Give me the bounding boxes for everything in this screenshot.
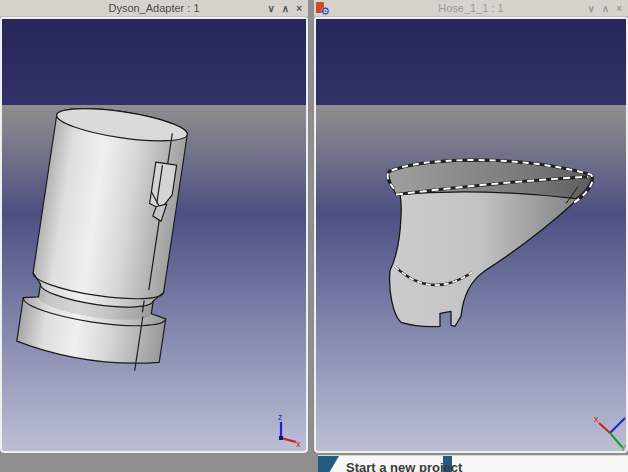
dyson-adapter-model[interactable] <box>2 19 306 451</box>
restore-button[interactable]: ∧ <box>282 4 289 14</box>
left-3d-viewport[interactable]: z x <box>0 17 308 453</box>
bottom-strip: Start a new project <box>0 453 628 472</box>
start-tab-accent-corner <box>318 456 339 472</box>
axis-indicator: x Y <box>594 413 628 451</box>
close-button[interactable]: × <box>616 4 622 14</box>
minimize-button[interactable]: ∨ <box>268 4 275 14</box>
start-page-tab[interactable]: Start a new project <box>318 455 628 472</box>
axis-x-label: x <box>594 414 599 424</box>
window-title: Hose_1_1 : 1 <box>438 2 503 14</box>
window-title: Dyson_Adapter : 1 <box>108 2 199 14</box>
start-new-project-link[interactable]: Start a new project <box>346 460 462 472</box>
window-hose: ⚙ Hose_1_1 : 1 ∨ ∧ × <box>314 0 628 453</box>
freecad-document-icon[interactable]: ⚙ <box>316 2 328 14</box>
axis-z-label: z <box>278 412 283 422</box>
gear-icon: ⚙ <box>320 6 330 17</box>
window-titlebar[interactable]: ⚙ Hose_1_1 : 1 ∨ ∧ × <box>314 0 628 17</box>
window-titlebar[interactable]: Dyson_Adapter : 1 ∨ ∧ × <box>0 0 308 17</box>
right-3d-viewport[interactable]: x Y <box>314 17 628 453</box>
axis-x-label: x <box>296 439 301 447</box>
axis-indicator: z x <box>271 411 301 447</box>
restore-button[interactable]: ∧ <box>602 4 609 14</box>
axis-y-label: Y <box>620 443 626 451</box>
freecad-mdi-area: Dyson_Adapter : 1 ∨ ∧ × <box>0 0 628 472</box>
close-button[interactable]: × <box>296 4 302 14</box>
minimize-button[interactable]: ∨ <box>588 4 595 14</box>
window-dyson-adapter: Dyson_Adapter : 1 ∨ ∧ × <box>0 0 308 453</box>
hose-model[interactable] <box>316 19 626 451</box>
